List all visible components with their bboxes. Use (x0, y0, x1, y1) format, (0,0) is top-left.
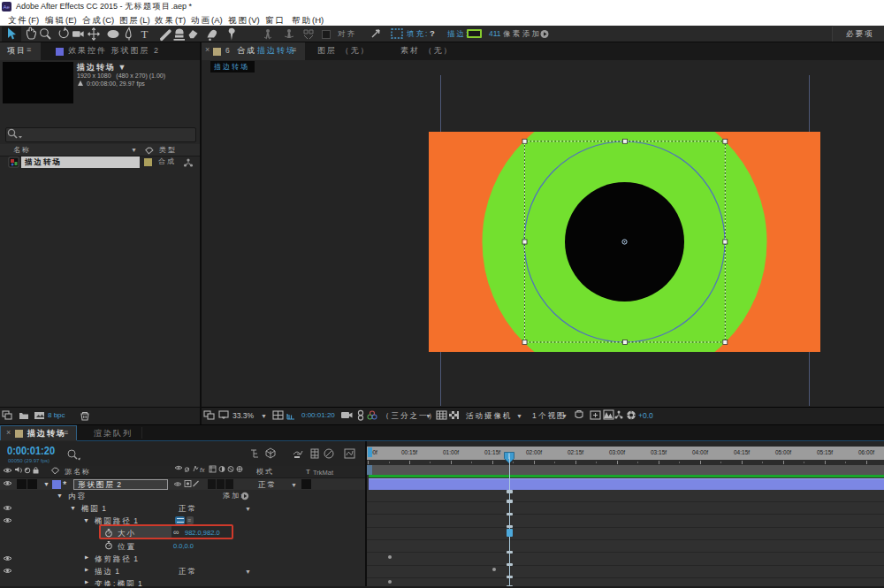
svg-text:fx: fx (200, 467, 205, 473)
svg-text:T: T (141, 27, 149, 41)
